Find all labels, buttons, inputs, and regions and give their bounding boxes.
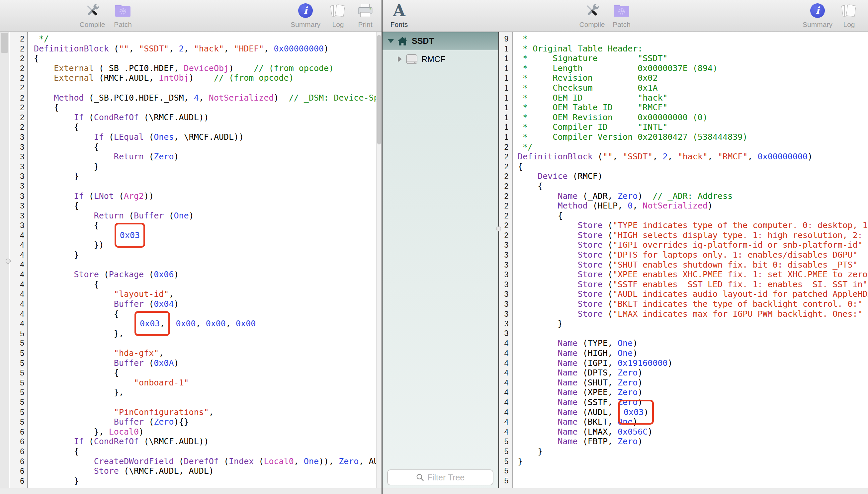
code-line[interactable]: 2{ <box>499 162 868 172</box>
code-line[interactable]: 2 { <box>10 102 381 113</box>
right-editor[interactable]: 9 *1 * Original Table Header:1 * Signatu… <box>499 32 868 494</box>
code-line[interactable]: 4 Name (HIGH, One) <box>499 348 868 358</box>
code-line[interactable]: 5 <box>10 338 381 348</box>
code-line[interactable]: 2 Store ("HIGH selects display type. 1: … <box>499 230 868 240</box>
code-line[interactable]: 4 } <box>10 250 381 260</box>
splitter-handle[interactable] <box>6 259 11 264</box>
code-line[interactable]: 3 Store ("DPTS for laptops only. 1: enab… <box>499 250 868 260</box>
code-line[interactable]: 5 <box>499 466 868 476</box>
code-line[interactable]: 9 * <box>499 34 868 44</box>
code-line[interactable]: 5 "PinConfigurations", <box>10 407 381 417</box>
scroll-thumb[interactable] <box>377 35 381 145</box>
chevron-right-icon[interactable] <box>398 56 402 62</box>
code-line[interactable]: 2 If (CondRefOf (\RMCF.AUDL)) <box>10 113 381 122</box>
code-line[interactable]: 5 "hda-gfx", <box>10 348 381 358</box>
code-line[interactable]: 3 } <box>10 171 381 181</box>
code-line[interactable]: 3 If (LEqual (Ones, \RMCF.AUDL)) <box>10 132 381 142</box>
code-line[interactable]: 3 Store ("SSTF enables _SST LED fix. 1: … <box>499 280 868 289</box>
code-line[interactable]: 2 */ <box>499 142 868 152</box>
code-line[interactable]: 4 }) <box>10 240 381 250</box>
code-line[interactable]: 2 Method (_SB.PCI0.HDEF._DSM, 4, NotSeri… <box>10 93 381 103</box>
log-button[interactable]: Log <box>831 1 867 28</box>
code-line[interactable]: 5 } <box>499 446 868 456</box>
code-line[interactable]: 5 { <box>10 368 381 378</box>
code-line[interactable]: 4 Name (BKLT, One) <box>499 417 868 427</box>
code-line[interactable]: 4 Buffer (0x04) <box>10 299 381 309</box>
code-line[interactable]: 4 Name (SHUT, Zero) <box>499 378 868 388</box>
code-line[interactable]: 1 * Revision 0x02 <box>499 73 868 83</box>
code-line[interactable]: 2 <box>10 83 381 93</box>
code-line[interactable]: 1 * Checksum 0x1A <box>499 83 868 93</box>
code-line[interactable]: 1 * Compiler ID "INTL" <box>499 122 868 132</box>
code-line[interactable]: 6 CreateDWordField (DerefOf (Index (Loca… <box>10 456 381 467</box>
code-line[interactable]: 3 Return (Zero) <box>10 152 381 162</box>
code-line[interactable]: 3 { <box>10 142 381 152</box>
code-line[interactable]: 3 If (LNot (Arg2)) <box>10 191 381 201</box>
code-line[interactable]: 5 }, <box>10 329 381 339</box>
code-line[interactable]: 4 <box>10 260 381 270</box>
code-line[interactable]: 5 Buffer (Zero){} <box>10 417 381 427</box>
code-line[interactable]: 4 Name (XPEE, Zero) <box>499 387 868 397</box>
code-line[interactable]: 3 Store ("XPEE enables XHC.PMEE fix. 1: … <box>499 270 868 280</box>
code-line[interactable]: 3 Store ("SHUT enables shutdown fix. bit… <box>499 260 868 270</box>
code-line[interactable]: 2 Device (RMCF) <box>499 171 868 181</box>
code-line[interactable]: 5 }, <box>10 387 381 397</box>
code-line[interactable]: 4 "layout-id", <box>10 289 381 299</box>
code-line[interactable]: 4 Name (TYPE, One) <box>499 338 868 348</box>
code-line[interactable]: 2DefinitionBlock ("", "SSDT", 2, "hack",… <box>10 44 381 54</box>
code-line[interactable]: 3 Store ("LMAX indicates max for IGPU PW… <box>499 309 868 319</box>
code-line[interactable]: 4 0x03 <box>10 230 381 240</box>
code-line[interactable]: 2 */ <box>10 34 381 44</box>
code-line[interactable]: 3 { <box>10 201 381 211</box>
code-line[interactable]: 6 If (CondRefOf (\RMCF.AUDL)) <box>10 437 381 446</box>
left-editor[interactable]: 2 */2DefinitionBlock ("", "SSDT", 2, "ha… <box>0 32 381 494</box>
code-line[interactable]: 1 * OEM ID "hack" <box>499 93 868 103</box>
scroll-thumb[interactable] <box>1 33 8 53</box>
code-line[interactable]: 4 { <box>10 280 381 289</box>
patch-button[interactable]: Patch <box>105 1 141 28</box>
code-line[interactable]: 3 Store ("BKLT indicates the type of bac… <box>499 299 868 309</box>
code-line[interactable]: 3 Store ("AUDL indicates audio layout-id… <box>499 289 868 299</box>
patch-button[interactable]: Patch <box>603 1 640 28</box>
code-line[interactable]: 4 Name (DPTS, Zero) <box>499 368 868 378</box>
print-button[interactable]: Print <box>347 1 383 28</box>
code-line[interactable]: 2 { <box>499 211 868 221</box>
code-line[interactable]: 2 { <box>10 122 381 132</box>
summary-button[interactable]: i Summary <box>287 1 324 28</box>
code-line[interactable]: 5} <box>499 456 868 467</box>
code-line[interactable]: 1 * Original Table Header: <box>499 44 868 54</box>
splitter-handle[interactable] <box>496 226 501 231</box>
code-line[interactable]: 1 * OEM Table ID "RMCF" <box>499 102 868 113</box>
code-line[interactable]: 2{ <box>10 54 381 63</box>
code-line[interactable]: 3 Return (Buffer (One) <box>10 211 381 221</box>
code-line[interactable]: 2 { <box>499 181 868 191</box>
code-line[interactable]: 4 Name (LMAX, 0x056C) <box>499 427 868 437</box>
code-line[interactable]: 1 * Length 0x0000037E (894) <box>499 63 868 73</box>
code-line[interactable]: 2 Store ("TYPE indicates type of the com… <box>499 221 868 230</box>
code-line[interactable]: 3 <box>10 181 381 191</box>
code-line[interactable]: 5 Buffer (0x0A) <box>10 358 381 368</box>
code-line[interactable]: 4 { <box>10 309 381 319</box>
sidebar-divider[interactable] <box>498 32 499 494</box>
left-vertical-scrollbar[interactable] <box>376 32 381 488</box>
code-line[interactable]: 6 { <box>10 446 381 456</box>
code-line[interactable]: 6 Store (\RMCF.AUDL, AUDL) <box>10 466 381 476</box>
code-line[interactable]: 1 * Compiler Version 0x20180427 (5384448… <box>499 132 868 142</box>
code-line[interactable]: 4 Name (SSTF, Zero) <box>499 397 868 407</box>
code-line[interactable]: 4 Store (Package (0x06) <box>10 270 381 280</box>
code-line[interactable]: 3 <box>499 329 868 339</box>
code-line[interactable]: 5 Name (FBTP, Zero) <box>499 437 868 446</box>
code-line[interactable]: 2 External (_SB_.PCI0.HDEF, DeviceObj) /… <box>10 63 381 73</box>
code-line[interactable]: 4 0x03, 0x00, 0x00, 0x00 <box>10 319 381 329</box>
code-line[interactable]: 3 } <box>10 162 381 172</box>
filter-tree-input[interactable]: Filter Tree <box>387 470 493 486</box>
code-line[interactable]: 3 } <box>499 319 868 329</box>
code-line[interactable]: 5 <box>499 476 868 486</box>
code-line[interactable]: 2 Method (HELP, 0, NotSerialized) <box>499 201 868 211</box>
chevron-down-icon[interactable] <box>388 39 394 43</box>
code-line[interactable]: 1 * Signature "SSDT" <box>499 54 868 63</box>
code-line[interactable]: 4 Name (AUDL, 0x03) <box>499 407 868 417</box>
fonts-button[interactable]: A Fonts <box>381 1 417 28</box>
code-line[interactable]: 3 { <box>10 221 381 230</box>
code-line[interactable]: 6 } <box>10 476 381 486</box>
